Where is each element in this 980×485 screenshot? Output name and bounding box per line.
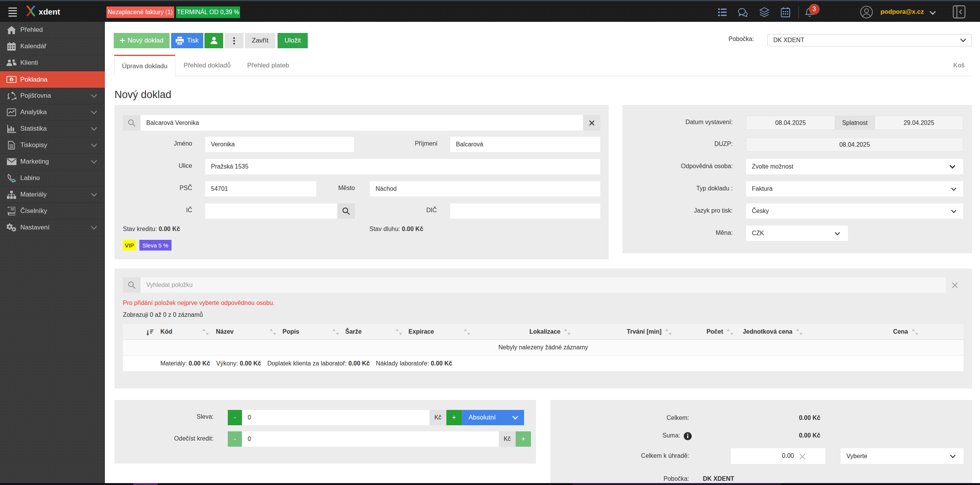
svg-text:0: 0 <box>10 78 12 82</box>
